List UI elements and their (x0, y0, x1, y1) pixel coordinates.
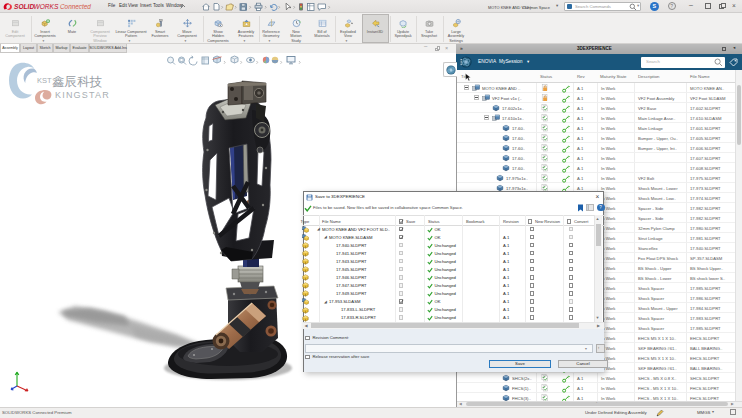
svg-text:WORKS: WORKS (34, 3, 60, 10)
svg-text:SOLID: SOLID (14, 3, 34, 10)
svg-text:Connected: Connected (60, 3, 91, 10)
